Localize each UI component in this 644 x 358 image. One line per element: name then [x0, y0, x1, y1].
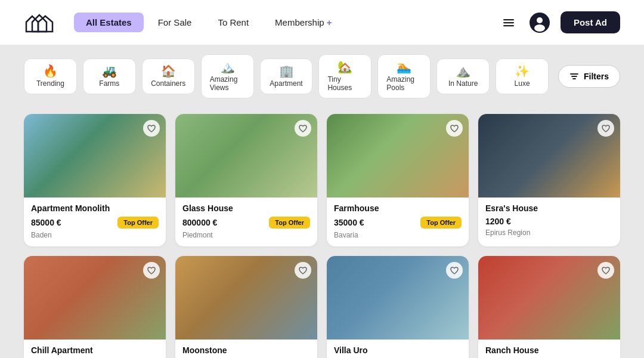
card-title: Ranch House: [485, 345, 613, 355]
category-amazing-pools[interactable]: 🏊 Amazing Pools: [377, 54, 431, 98]
heart-icon: [147, 125, 156, 132]
card-price-row: 800000 € Top Offer: [182, 217, 310, 229]
svg-rect-0: [503, 19, 514, 20]
heart-icon: [147, 267, 156, 274]
svg-rect-2: [503, 25, 514, 26]
farms-icon: 🚜: [102, 65, 117, 77]
card-title: Apartment Monolith: [31, 203, 159, 213]
heart-icon: [299, 125, 307, 132]
listing-card-apt-monolith[interactable]: Apartment Monolith 85000 € Top Offer Bad…: [24, 114, 166, 246]
amazing-pools-icon: 🏊: [397, 61, 411, 73]
listing-card-ranch-house[interactable]: Ranch House 75000 € Corse: [478, 256, 620, 358]
favorite-button[interactable]: [446, 262, 463, 279]
in-nature-icon: ⛰️: [456, 65, 470, 77]
category-containers-label: Containers: [151, 79, 185, 88]
menu-button[interactable]: [499, 13, 519, 33]
card-title: Villa Uro: [334, 345, 462, 355]
favorite-button[interactable]: [295, 120, 311, 137]
category-trending-label: Trending: [36, 79, 64, 88]
card-price-row: 85000 € Top Offer: [31, 217, 159, 229]
profile-button[interactable]: [526, 9, 553, 36]
luxe-icon: ✨: [515, 65, 530, 77]
card-image-wrap: [327, 114, 469, 197]
card-body: Glass House 800000 € Top Offer Piedmont: [175, 197, 317, 246]
category-in-nature-label: In Nature: [448, 79, 478, 88]
svg-point-4: [537, 17, 543, 23]
favorite-button[interactable]: [143, 120, 160, 137]
header: All Estates For Sale To Rent Membership …: [0, 0, 644, 45]
card-title: Glass House: [182, 203, 310, 213]
category-tiny-houses[interactable]: 🏡 Tiny Houses: [318, 54, 371, 98]
category-amazing-views-label: Amazing Views: [210, 75, 245, 92]
trending-icon: 🔥: [43, 65, 58, 77]
top-offer-badge: Top Offer: [420, 217, 462, 229]
card-price: 35000 €: [334, 218, 364, 227]
card-title: Chill Apartment: [31, 345, 159, 355]
heart-icon: [450, 125, 459, 132]
header-right: Post Ad: [499, 9, 620, 36]
card-title: Moonstone: [182, 345, 310, 355]
profile-icon: [530, 13, 550, 33]
favorite-button[interactable]: [295, 262, 311, 279]
listing-card-esras-house[interactable]: Esra's House 1200 € Epirus Region: [478, 114, 620, 246]
top-offer-badge: Top Offer: [117, 217, 159, 229]
tab-for-sale[interactable]: For Sale: [146, 13, 204, 32]
category-farms[interactable]: 🚜 Farms: [83, 58, 136, 94]
card-image-wrap: [175, 256, 317, 340]
card-body: Chill Apartment 45000 € Lombardy: [24, 340, 166, 358]
containers-icon: 🏠: [161, 65, 176, 77]
membership-plus: +: [327, 17, 332, 27]
post-ad-button[interactable]: Post Ad: [561, 11, 620, 33]
card-body: Moonstone 3400 € Top Offer Porto: [175, 340, 317, 358]
card-price-row: 1200 €: [485, 217, 613, 226]
category-apartment[interactable]: 🏢 Apartment: [260, 58, 313, 94]
card-body: Ranch House 75000 € Corse: [478, 340, 620, 358]
category-containers[interactable]: 🏠 Containers: [142, 58, 195, 94]
svg-rect-1: [503, 22, 514, 23]
category-trending[interactable]: 🔥 Trending: [24, 58, 77, 94]
favorite-button[interactable]: [143, 262, 160, 279]
card-location: Bavaria: [334, 231, 462, 239]
listing-card-glass-house[interactable]: Glass House 800000 € Top Offer Piedmont: [175, 114, 317, 246]
card-title: Esra's House: [485, 203, 613, 213]
card-image-wrap: [24, 114, 166, 197]
amazing-views-icon: 🏔️: [220, 61, 235, 73]
card-image-wrap: [478, 256, 620, 340]
category-in-nature[interactable]: ⛰️ In Nature: [436, 58, 490, 94]
tab-all-estates[interactable]: All Estates: [74, 13, 144, 32]
filter-icon: [569, 72, 579, 81]
heart-icon: [299, 267, 307, 274]
filters-label: Filters: [584, 72, 609, 81]
listing-card-farmhouse[interactable]: Farmhouse 35000 € Top Offer Bavaria: [327, 114, 469, 246]
category-amazing-views[interactable]: 🏔️ Amazing Views: [201, 54, 254, 98]
category-tiny-houses-label: Tiny Houses: [327, 75, 363, 92]
listing-card-moonstone[interactable]: Moonstone 3400 € Top Offer Porto: [175, 256, 317, 358]
card-price: 85000 €: [31, 218, 61, 227]
card-location: Piedmont: [182, 231, 310, 239]
heart-icon: [450, 267, 459, 274]
top-offer-badge: Top Offer: [269, 217, 310, 229]
card-title: Farmhouse: [334, 203, 462, 213]
tab-membership[interactable]: Membership +: [263, 13, 343, 32]
card-location: Epirus Region: [485, 229, 613, 237]
heart-icon: [602, 125, 610, 132]
category-amazing-pools-label: Amazing Pools: [386, 75, 422, 92]
favorite-button[interactable]: [446, 120, 463, 137]
menu-icon: [502, 16, 515, 29]
favorite-button[interactable]: [597, 120, 614, 137]
favorite-button[interactable]: [597, 262, 614, 279]
filters-button[interactable]: Filters: [558, 65, 620, 88]
card-body: Villa Uro 120000 € Kefalonia Prefecture: [327, 340, 469, 358]
card-image-wrap: [24, 256, 166, 340]
listing-card-villa-uro[interactable]: Villa Uro 120000 € Kefalonia Prefecture: [327, 256, 469, 358]
listing-card-chill-apartment[interactable]: Chill Apartment 45000 € Lombardy: [24, 256, 166, 358]
logo[interactable]: [24, 10, 55, 35]
category-farms-label: Farms: [99, 79, 119, 88]
apartment-icon: 🏢: [279, 65, 294, 77]
card-image-wrap: [478, 114, 620, 197]
category-bar: 🔥 Trending 🚜 Farms 🏠 Containers 🏔️ Amazi…: [0, 45, 644, 108]
heart-icon: [602, 267, 610, 274]
tab-to-rent[interactable]: To Rent: [206, 13, 261, 32]
category-luxe[interactable]: ✨ Luxe: [496, 58, 549, 94]
listings-grid-container: Apartment Monolith 85000 € Top Offer Bad…: [0, 108, 644, 358]
